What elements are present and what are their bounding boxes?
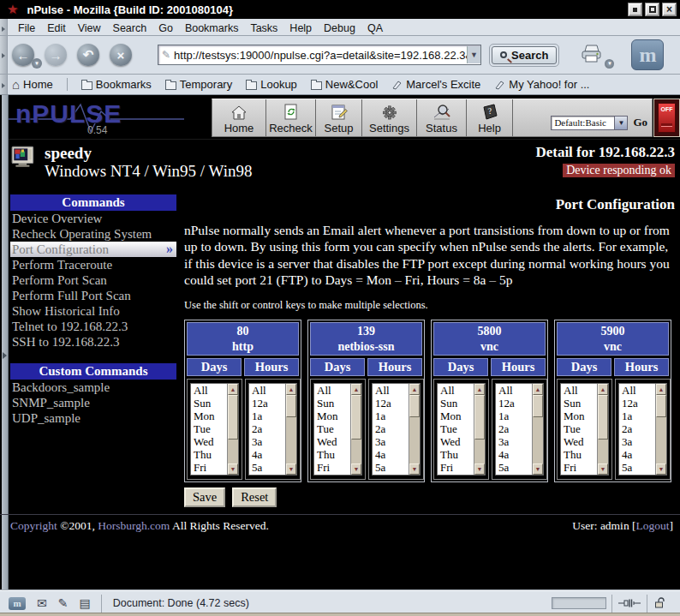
scroll-up-icon[interactable]: ▲ <box>474 384 485 395</box>
back-history-dropdown[interactable]: ▼ <box>32 58 42 69</box>
scroll-thumb[interactable] <box>286 395 296 417</box>
list-option[interactable]: Thu <box>561 448 597 461</box>
menu-item[interactable]: Go <box>152 22 179 34</box>
list-option[interactable]: 5a <box>373 461 409 474</box>
list-option[interactable]: 5a <box>249 461 285 474</box>
bookmark-folder-newcool[interactable]: New&Cool <box>311 78 378 91</box>
listbox-scrollbar[interactable]: ▲▼ <box>409 384 420 475</box>
menu-item[interactable]: Tasks <box>244 22 283 34</box>
list-option[interactable]: 2a <box>496 422 532 435</box>
sidebar-item-ssh[interactable]: SSH to 192.168.22.3 <box>10 334 176 350</box>
list-option[interactable]: Wed <box>314 435 350 448</box>
scroll-thumb[interactable] <box>598 395 608 440</box>
list-option[interactable]: Thu <box>314 448 350 461</box>
toolbar-grippy[interactable] <box>0 19 8 35</box>
list-option[interactable]: 12a <box>373 397 409 410</box>
scroll-thumb[interactable] <box>656 395 666 417</box>
menu-item[interactable]: View <box>72 22 107 34</box>
sidebar-item-device-overview[interactable]: Device Overview <box>10 211 176 226</box>
bookmark-home[interactable]: ⌂ Home <box>12 77 53 92</box>
sidebar-item-telnet[interactable]: Telnet to 192.168.22.3 <box>10 319 176 334</box>
list-option[interactable]: Wed <box>438 435 474 448</box>
scroll-down-icon[interactable]: ▼ <box>228 463 238 475</box>
listbox-scrollbar[interactable]: ▲▼ <box>532 384 543 475</box>
stop-button[interactable]: × <box>110 44 132 66</box>
menu-item[interactable]: QA <box>361 22 389 34</box>
list-option[interactable]: 12a <box>496 397 532 410</box>
scroll-down-icon[interactable]: ▼ <box>598 463 608 475</box>
compose-icon[interactable]: ✎ <box>58 596 69 610</box>
list-option[interactable]: 2a <box>249 422 285 435</box>
list-option[interactable]: All <box>561 384 597 397</box>
list-option[interactable]: Tue <box>314 422 350 435</box>
list-option[interactable]: All <box>438 384 474 397</box>
url-text[interactable]: http://testsys:19000/npulse.cgi?a=detail… <box>174 49 467 62</box>
bookmark-folder-bookmarks[interactable]: Bookmarks <box>81 78 152 91</box>
sidebar-item-backdoors-sample[interactable]: Backdoors_sample <box>10 380 176 395</box>
npulse-recheck-button[interactable]: Recheck <box>266 99 316 136</box>
list-option[interactable]: Sat <box>438 474 474 475</box>
bookmark-marcels-excite[interactable]: Marcel's Excite <box>391 78 480 91</box>
reload-button[interactable]: ↶ <box>77 44 99 66</box>
copyright-link[interactable]: Copyright <box>10 519 57 532</box>
listbox-scrollbar[interactable]: ▲▼ <box>597 384 608 475</box>
list-option[interactable]: Sat <box>561 474 597 475</box>
bookmark-folder-temporary[interactable]: Temporary <box>165 78 232 91</box>
security-status[interactable] <box>647 595 673 613</box>
list-option[interactable]: 12a <box>249 397 285 410</box>
navigator-icon[interactable]: m <box>9 597 26 610</box>
list-option[interactable]: Wed <box>561 435 597 448</box>
menu-item[interactable]: Debug <box>318 22 361 34</box>
list-option[interactable]: Thu <box>191 448 227 461</box>
list-option[interactable]: 3a <box>619 435 655 448</box>
listbox-scrollbar[interactable]: ▲▼ <box>227 384 238 475</box>
scroll-up-icon[interactable]: ▲ <box>228 384 238 395</box>
list-option[interactable]: 1a <box>373 410 409 422</box>
toolbar-grippy[interactable] <box>0 36 8 74</box>
back-button[interactable]: ←▼ <box>12 44 34 66</box>
days-listbox[interactable]: AllSunMonTueWedThuFriSat ▲▼ <box>190 383 239 475</box>
toolbar-grippy[interactable] <box>0 75 8 94</box>
list-option[interactable]: Tue <box>438 422 474 435</box>
list-option[interactable]: Tue <box>561 422 597 435</box>
npulse-setup-button[interactable]: Setup <box>316 99 362 136</box>
list-option[interactable]: Mon <box>191 410 227 422</box>
sidebar-item-port-configuration[interactable]: Port Configuration » <box>10 242 176 257</box>
view-select-dropdown[interactable]: Default:Basic ▼ <box>551 116 628 130</box>
list-option[interactable]: 5a <box>619 461 655 474</box>
sidebar-item-recheck-os[interactable]: Recheck Operating System <box>10 226 176 242</box>
list-option[interactable]: Fri <box>314 461 350 474</box>
search-button[interactable]: Search <box>492 46 557 64</box>
forward-button[interactable]: → <box>45 44 67 66</box>
mozilla-logo[interactable]: m <box>631 39 664 70</box>
list-option[interactable]: Wed <box>191 435 227 448</box>
scroll-down-icon[interactable]: ▼ <box>409 463 420 475</box>
list-option[interactable]: All <box>314 384 350 397</box>
list-option[interactable]: 3a <box>249 435 285 448</box>
scroll-thumb[interactable] <box>228 395 238 440</box>
scroll-down-icon[interactable]: ▼ <box>474 463 485 475</box>
minimize-button[interactable] <box>628 3 642 16</box>
sidebar-item-port-scan[interactable]: Perform Port Scan <box>10 272 176 288</box>
list-option[interactable]: 12a <box>619 397 655 410</box>
print-dropdown-icon[interactable]: ▼ <box>605 59 614 69</box>
list-option[interactable]: 2a <box>619 422 655 435</box>
list-option[interactable]: 4a <box>496 448 532 461</box>
scroll-down-icon[interactable]: ▼ <box>656 463 666 475</box>
list-option[interactable]: All <box>191 384 227 397</box>
list-option[interactable]: 5a <box>496 461 532 474</box>
list-option[interactable]: Fri <box>191 461 227 474</box>
list-option[interactable]: 4a <box>619 448 655 461</box>
address-book-icon[interactable]: ▤ <box>79 596 90 610</box>
mail-icon[interactable]: ✉ <box>37 596 47 610</box>
off-switch[interactable]: OFF <box>658 103 676 133</box>
scroll-thumb[interactable] <box>409 395 420 417</box>
list-option[interactable]: 2a <box>373 422 409 435</box>
list-option[interactable]: 1a <box>249 410 285 422</box>
maximize-button[interactable] <box>645 3 659 16</box>
menu-item[interactable]: File <box>12 22 41 34</box>
days-listbox[interactable]: AllSunMonTueWedThuFriSat ▲▼ <box>437 383 486 475</box>
listbox-scrollbar[interactable]: ▲▼ <box>285 384 296 475</box>
menu-item[interactable]: Bookmarks <box>179 22 245 34</box>
list-option[interactable]: Sun <box>438 397 474 410</box>
